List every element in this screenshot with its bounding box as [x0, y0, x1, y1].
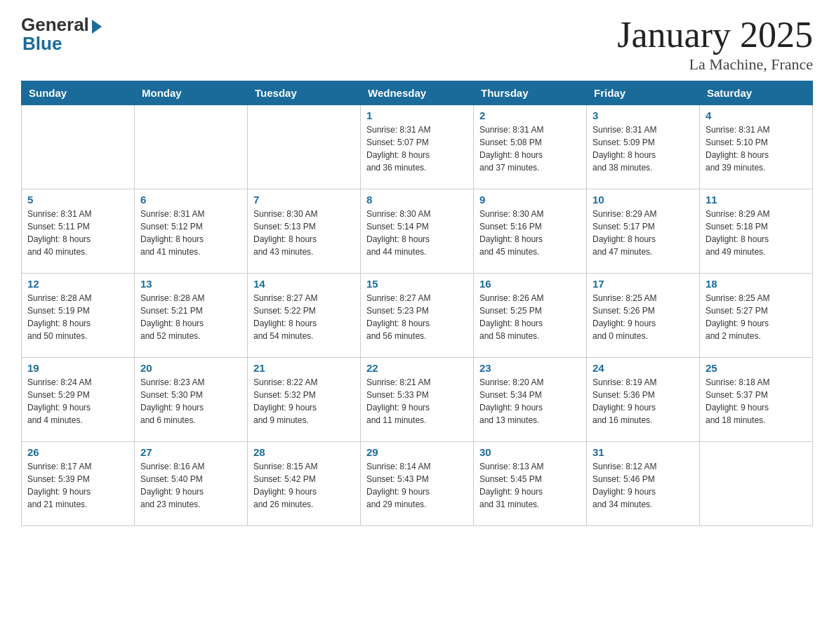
day-number: 31 — [593, 446, 694, 458]
day-number: 7 — [253, 194, 355, 206]
calendar-week-row: 1Sunrise: 8:31 AM Sunset: 5:07 PM Daylig… — [22, 105, 813, 189]
calendar-day-cell: 18Sunrise: 8:25 AM Sunset: 5:27 PM Dayli… — [700, 274, 813, 358]
day-info: Sunrise: 8:31 AM Sunset: 5:07 PM Dayligh… — [366, 123, 468, 174]
calendar-day-cell: 29Sunrise: 8:14 AM Sunset: 5:43 PM Dayli… — [361, 442, 474, 526]
day-info: Sunrise: 8:27 AM Sunset: 5:23 PM Dayligh… — [366, 292, 468, 342]
calendar-day-cell: 27Sunrise: 8:16 AM Sunset: 5:40 PM Dayli… — [135, 442, 248, 526]
day-info: Sunrise: 8:23 AM Sunset: 5:30 PM Dayligh… — [140, 376, 241, 427]
calendar-week-row: 12Sunrise: 8:28 AM Sunset: 5:19 PM Dayli… — [22, 274, 813, 358]
day-info: Sunrise: 8:31 AM Sunset: 5:11 PM Dayligh… — [27, 208, 128, 258]
calendar-day-cell: 19Sunrise: 8:24 AM Sunset: 5:29 PM Dayli… — [22, 358, 135, 442]
day-info: Sunrise: 8:30 AM Sunset: 5:16 PM Dayligh… — [479, 208, 581, 258]
day-info: Sunrise: 8:19 AM Sunset: 5:36 PM Dayligh… — [593, 376, 694, 427]
calendar-day-cell: 6Sunrise: 8:31 AM Sunset: 5:12 PM Daylig… — [135, 189, 248, 274]
day-number: 10 — [593, 194, 694, 206]
day-of-week-header: Wednesday — [361, 81, 474, 105]
calendar-day-cell: 21Sunrise: 8:22 AM Sunset: 5:32 PM Dayli… — [248, 358, 361, 442]
day-info: Sunrise: 8:31 AM Sunset: 5:12 PM Dayligh… — [140, 208, 241, 258]
logo-blue-text: Blue — [21, 33, 62, 55]
day-info: Sunrise: 8:28 AM Sunset: 5:21 PM Dayligh… — [140, 292, 241, 342]
day-info: Sunrise: 8:13 AM Sunset: 5:45 PM Dayligh… — [479, 460, 581, 511]
title-area: January 2025 La Machine, France — [617, 14, 813, 74]
day-number: 26 — [27, 446, 128, 458]
day-number: 12 — [27, 278, 128, 290]
calendar-day-cell: 15Sunrise: 8:27 AM Sunset: 5:23 PM Dayli… — [361, 274, 474, 358]
day-info: Sunrise: 8:31 AM Sunset: 5:08 PM Dayligh… — [479, 123, 581, 174]
calendar-day-cell — [22, 105, 135, 189]
location-subtitle: La Machine, France — [617, 55, 813, 74]
day-number: 17 — [593, 278, 694, 290]
day-info: Sunrise: 8:27 AM Sunset: 5:22 PM Dayligh… — [253, 292, 355, 342]
calendar-day-cell: 4Sunrise: 8:31 AM Sunset: 5:10 PM Daylig… — [700, 105, 813, 189]
day-number: 16 — [479, 278, 581, 290]
day-info: Sunrise: 8:25 AM Sunset: 5:26 PM Dayligh… — [593, 292, 694, 342]
day-number: 25 — [706, 362, 807, 374]
day-of-week-header: Thursday — [474, 81, 587, 105]
day-number: 29 — [366, 446, 468, 458]
calendar-day-cell: 17Sunrise: 8:25 AM Sunset: 5:26 PM Dayli… — [587, 274, 700, 358]
day-info: Sunrise: 8:24 AM Sunset: 5:29 PM Dayligh… — [27, 376, 128, 427]
calendar-week-row: 26Sunrise: 8:17 AM Sunset: 5:39 PM Dayli… — [22, 442, 813, 526]
logo-arrow-icon — [92, 20, 102, 34]
calendar-day-cell: 1Sunrise: 8:31 AM Sunset: 5:07 PM Daylig… — [361, 105, 474, 189]
calendar-table: SundayMondayTuesdayWednesdayThursdayFrid… — [21, 81, 813, 526]
calendar-day-cell: 25Sunrise: 8:18 AM Sunset: 5:37 PM Dayli… — [700, 358, 813, 442]
day-info: Sunrise: 8:16 AM Sunset: 5:40 PM Dayligh… — [140, 460, 241, 511]
day-number: 30 — [479, 446, 581, 458]
day-number: 20 — [140, 362, 241, 374]
calendar-day-cell — [700, 442, 813, 526]
day-info: Sunrise: 8:28 AM Sunset: 5:19 PM Dayligh… — [27, 292, 128, 342]
day-of-week-header: Monday — [135, 81, 248, 105]
day-number: 1 — [366, 109, 468, 121]
day-number: 23 — [479, 362, 581, 374]
calendar-day-cell: 12Sunrise: 8:28 AM Sunset: 5:19 PM Dayli… — [22, 274, 135, 358]
day-number: 14 — [253, 278, 355, 290]
day-number: 11 — [706, 194, 807, 206]
calendar-header-row: SundayMondayTuesdayWednesdayThursdayFrid… — [22, 81, 813, 105]
calendar-week-row: 19Sunrise: 8:24 AM Sunset: 5:29 PM Dayli… — [22, 358, 813, 442]
day-info: Sunrise: 8:15 AM Sunset: 5:42 PM Dayligh… — [253, 460, 355, 511]
calendar-day-cell: 10Sunrise: 8:29 AM Sunset: 5:17 PM Dayli… — [587, 189, 700, 274]
day-info: Sunrise: 8:29 AM Sunset: 5:18 PM Dayligh… — [706, 208, 807, 258]
calendar-day-cell: 23Sunrise: 8:20 AM Sunset: 5:34 PM Dayli… — [474, 358, 587, 442]
calendar-day-cell: 5Sunrise: 8:31 AM Sunset: 5:11 PM Daylig… — [22, 189, 135, 274]
calendar-day-cell — [135, 105, 248, 189]
day-info: Sunrise: 8:30 AM Sunset: 5:14 PM Dayligh… — [366, 208, 468, 258]
calendar-day-cell: 3Sunrise: 8:31 AM Sunset: 5:09 PM Daylig… — [587, 105, 700, 189]
day-number: 18 — [706, 278, 807, 290]
day-info: Sunrise: 8:31 AM Sunset: 5:10 PM Dayligh… — [706, 123, 807, 174]
day-number: 21 — [253, 362, 355, 374]
day-info: Sunrise: 8:21 AM Sunset: 5:33 PM Dayligh… — [366, 376, 468, 427]
day-number: 19 — [27, 362, 128, 374]
day-number: 15 — [366, 278, 468, 290]
day-number: 6 — [140, 194, 241, 206]
day-info: Sunrise: 8:31 AM Sunset: 5:09 PM Dayligh… — [593, 123, 694, 174]
page-header: General Blue January 2025 La Machine, Fr… — [21, 14, 813, 74]
calendar-day-cell: 13Sunrise: 8:28 AM Sunset: 5:21 PM Dayli… — [135, 274, 248, 358]
day-info: Sunrise: 8:17 AM Sunset: 5:39 PM Dayligh… — [27, 460, 128, 511]
day-number: 4 — [706, 109, 807, 121]
day-number: 22 — [366, 362, 468, 374]
calendar-day-cell: 28Sunrise: 8:15 AM Sunset: 5:42 PM Dayli… — [248, 442, 361, 526]
calendar-day-cell: 11Sunrise: 8:29 AM Sunset: 5:18 PM Dayli… — [700, 189, 813, 274]
day-info: Sunrise: 8:25 AM Sunset: 5:27 PM Dayligh… — [706, 292, 807, 342]
day-number: 27 — [140, 446, 241, 458]
day-of-week-header: Friday — [587, 81, 700, 105]
calendar-day-cell: 8Sunrise: 8:30 AM Sunset: 5:14 PM Daylig… — [361, 189, 474, 274]
calendar-day-cell: 31Sunrise: 8:12 AM Sunset: 5:46 PM Dayli… — [587, 442, 700, 526]
day-number: 13 — [140, 278, 241, 290]
day-info: Sunrise: 8:18 AM Sunset: 5:37 PM Dayligh… — [706, 376, 807, 427]
calendar-day-cell: 20Sunrise: 8:23 AM Sunset: 5:30 PM Dayli… — [135, 358, 248, 442]
day-of-week-header: Sunday — [22, 81, 135, 105]
day-info: Sunrise: 8:14 AM Sunset: 5:43 PM Dayligh… — [366, 460, 468, 511]
day-info: Sunrise: 8:22 AM Sunset: 5:32 PM Dayligh… — [253, 376, 355, 427]
calendar-day-cell — [248, 105, 361, 189]
day-number: 9 — [479, 194, 581, 206]
calendar-day-cell: 26Sunrise: 8:17 AM Sunset: 5:39 PM Dayli… — [22, 442, 135, 526]
day-number: 5 — [27, 194, 128, 206]
calendar-day-cell: 2Sunrise: 8:31 AM Sunset: 5:08 PM Daylig… — [474, 105, 587, 189]
day-number: 2 — [479, 109, 581, 121]
calendar-day-cell: 14Sunrise: 8:27 AM Sunset: 5:22 PM Dayli… — [248, 274, 361, 358]
calendar-day-cell: 9Sunrise: 8:30 AM Sunset: 5:16 PM Daylig… — [474, 189, 587, 274]
day-number: 3 — [593, 109, 694, 121]
